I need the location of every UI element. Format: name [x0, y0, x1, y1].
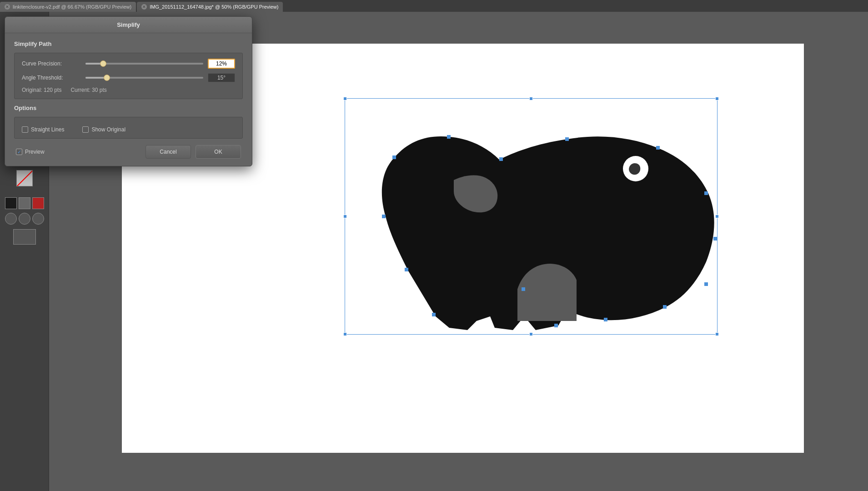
angle-threshold-thumb[interactable] — [104, 75, 110, 81]
cancel-button[interactable]: Cancel — [146, 145, 191, 159]
angle-threshold-label: Angle Threshold: — [22, 75, 85, 81]
elephant-svg — [345, 98, 717, 335]
anchor-8[interactable] — [704, 191, 708, 195]
anchor-11[interactable] — [663, 305, 667, 309]
preview-row: ✓ Preview Cancel OK — [14, 145, 243, 159]
black-square-btn[interactable] — [5, 197, 17, 209]
curve-precision-row: Curve Precision: — [22, 59, 235, 69]
show-original-checkbox-item[interactable]: Show Original — [82, 126, 125, 133]
anchor-1[interactable] — [432, 313, 436, 316]
options-panel: Straight Lines Show Original — [14, 117, 243, 139]
info-row: Original: 120 pts Current: 30 pts — [22, 87, 235, 93]
circle-btn-2[interactable] — [19, 213, 30, 225]
tab-close-jpg[interactable]: ✕ — [141, 4, 147, 10]
straight-lines-label: Straight Lines — [31, 126, 64, 133]
circle-btn-1[interactable] — [5, 213, 17, 225]
curve-precision-thumb[interactable] — [100, 60, 106, 67]
tab-jpg[interactable]: ✕ IMG_20151112_164748.jpg* @ 50% (RGB/GP… — [137, 2, 283, 12]
options-checkbox-row: Straight Lines Show Original — [22, 126, 235, 133]
curve-precision-label: Curve Precision: — [22, 60, 85, 67]
dialog-body: Simplify Path Curve Precision: Angle Thr… — [5, 33, 252, 166]
dialog-title: Simplify — [117, 21, 140, 28]
original-pts: Original: 120 pts — [22, 87, 61, 93]
elephant-container — [345, 98, 717, 335]
none-swatch[interactable] — [16, 170, 33, 186]
main-area: ⬚ ✦ ✋ 🔍 ↩ — [0, 12, 868, 491]
dialog-btn-group: Cancel OK — [146, 145, 241, 159]
anchor-5[interactable] — [447, 135, 451, 139]
straight-lines-checkbox[interactable] — [22, 126, 28, 133]
red-square-btn[interactable] — [32, 197, 44, 209]
tab-close-pdf[interactable]: ✕ — [5, 4, 10, 10]
show-original-label: Show Original — [91, 126, 125, 133]
angle-threshold-row: Angle Threshold: — [22, 73, 235, 82]
artboard-btn[interactable] — [13, 229, 36, 245]
preview-checkbox[interactable]: ✓ — [16, 149, 22, 155]
preview-checkbox-group[interactable]: ✓ Preview — [16, 149, 45, 155]
anchor-4[interactable] — [392, 155, 396, 159]
angle-threshold-input[interactable] — [208, 73, 235, 82]
preview-label: Preview — [25, 149, 45, 155]
tab-jpg-label: IMG_20151112_164748.jpg* @ 50% (RGB/GPU … — [150, 4, 278, 10]
tab-pdf[interactable]: ✕ linkitenclosure-v2.pdf @ 66.67% (RGB/G… — [0, 2, 136, 12]
tab-pdf-label: linkitenclosure-v2.pdf @ 66.67% (RGB/GPU… — [13, 4, 131, 10]
anchor-9[interactable] — [713, 237, 717, 240]
circle-btn-3[interactable] — [32, 213, 44, 225]
anchor-15[interactable] — [499, 157, 503, 161]
anchor-14[interactable] — [522, 287, 525, 291]
curve-precision-slider[interactable] — [85, 63, 203, 65]
anchor-6[interactable] — [565, 137, 569, 141]
show-original-checkbox[interactable] — [82, 126, 89, 133]
anchor-12[interactable] — [604, 318, 607, 321]
anchor-13[interactable] — [554, 324, 558, 327]
straight-lines-checkbox-item[interactable]: Straight Lines — [22, 126, 64, 133]
angle-threshold-slider[interactable] — [85, 77, 203, 79]
simplify-dialog: Simplify Simplify Path Curve Precision: … — [5, 16, 252, 166]
tab-bar: ✕ linkitenclosure-v2.pdf @ 66.67% (RGB/G… — [0, 0, 868, 12]
ok-button[interactable]: OK — [196, 145, 241, 159]
gray-square-btn[interactable] — [19, 197, 30, 209]
simplify-path-section-title: Simplify Path — [14, 40, 243, 47]
dialog-titlebar: Simplify — [5, 17, 252, 33]
anchor-10[interactable] — [704, 282, 708, 286]
anchor-2[interactable] — [405, 268, 408, 271]
current-pts: Current: 30 pts — [70, 87, 106, 93]
options-section-title: Options — [14, 105, 243, 111]
simplify-path-panel: Curve Precision: Angle Threshold: — [14, 53, 243, 99]
anchor-7[interactable] — [656, 146, 660, 150]
curve-precision-input[interactable] — [208, 59, 235, 69]
anchor-3[interactable] — [382, 215, 386, 218]
